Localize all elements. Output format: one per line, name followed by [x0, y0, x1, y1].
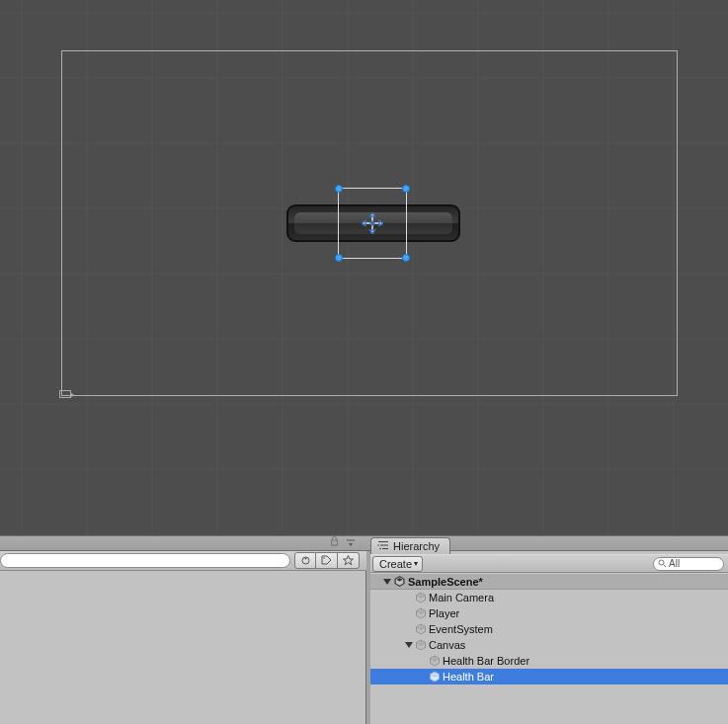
hierarchy-tree[interactable]: SampleScene* Main CameraPlayerEventSyste…	[370, 573, 728, 684]
lower-panels: Hierarchy Create ▾ All SampleScene*	[0, 551, 728, 724]
hierarchy-item-label: EventSystem	[429, 623, 493, 635]
camera-icon	[59, 390, 71, 398]
hierarchy-icon	[377, 540, 389, 552]
hierarchy-item[interactable]: Health Bar	[370, 669, 728, 684]
panel-splitter[interactable]	[366, 551, 370, 724]
hierarchy-tab[interactable]: Hierarchy	[370, 537, 450, 554]
hierarchy-search-placeholder: All	[669, 558, 680, 569]
search-icon	[658, 559, 667, 568]
scene-name-label: SampleScene*	[408, 576, 483, 588]
gameobject-icon	[414, 607, 427, 620]
svg-marker-53	[405, 642, 413, 648]
project-panel	[0, 551, 366, 724]
lock-icon[interactable]	[330, 536, 339, 548]
resize-handle-bl[interactable]	[335, 254, 343, 262]
foldout-icon[interactable]	[404, 640, 414, 650]
hierarchy-item-label: Health Bar Border	[443, 655, 529, 667]
svg-marker-23	[370, 230, 375, 234]
svg-rect-27	[332, 540, 338, 545]
gameobject-icon	[414, 639, 427, 652]
hierarchy-item-label: Player	[429, 607, 459, 619]
hierarchy-item[interactable]: Main Camera	[370, 590, 728, 605]
svg-point-34	[379, 548, 381, 550]
svg-point-35	[659, 560, 664, 565]
hierarchy-item[interactable]: Health Bar Border	[370, 653, 728, 669]
move-gizmo-icon[interactable]	[362, 212, 383, 234]
create-button-label: Create	[379, 558, 412, 570]
gameobject-icon	[414, 592, 427, 604]
resize-handle-tr[interactable]	[402, 185, 410, 193]
svg-marker-25	[379, 221, 383, 226]
panel-divider[interactable]	[0, 535, 728, 551]
svg-marker-29	[349, 543, 353, 546]
tag-icon	[321, 555, 332, 566]
svg-marker-24	[362, 221, 365, 226]
scene-view[interactable]	[0, 0, 728, 535]
dropdown-icon[interactable]	[346, 538, 356, 548]
gameobject-icon	[428, 671, 441, 684]
hierarchy-item-label: Canvas	[429, 639, 465, 651]
label-icon	[300, 555, 311, 566]
svg-point-67	[304, 558, 306, 560]
scene-row[interactable]: SampleScene*	[370, 573, 728, 590]
filter-by-label-button[interactable]	[316, 552, 338, 569]
gameobject-icon	[414, 623, 427, 636]
project-search-input[interactable]	[0, 553, 290, 568]
svg-point-68	[323, 557, 325, 559]
caret-down-icon: ▾	[414, 559, 418, 568]
hierarchy-item[interactable]: Player	[370, 605, 728, 621]
resize-handle-tl[interactable]	[335, 185, 343, 193]
filter-by-type-button[interactable]	[294, 552, 316, 569]
project-toolbar	[0, 551, 366, 571]
gameobject-icon	[428, 655, 441, 668]
foldout-icon[interactable]	[382, 577, 392, 587]
resize-handle-br[interactable]	[402, 254, 410, 262]
svg-point-26	[370, 221, 375, 226]
hierarchy-item-label: Health Bar	[443, 671, 494, 683]
svg-marker-37	[383, 579, 391, 585]
unity-logo-icon	[392, 575, 406, 589]
hierarchy-item-label: Main Camera	[429, 592, 494, 603]
hierarchy-item[interactable]: Canvas	[370, 637, 728, 653]
selection-rect[interactable]	[338, 188, 407, 259]
svg-point-33	[377, 544, 379, 546]
hierarchy-panel: Hierarchy Create ▾ All SampleScene*	[370, 551, 728, 724]
hierarchy-toolbar: Create ▾ All	[370, 554, 728, 573]
hierarchy-tab-label: Hierarchy	[393, 540, 440, 552]
svg-marker-69	[344, 556, 354, 565]
svg-marker-22	[370, 212, 375, 216]
create-button[interactable]: Create ▾	[372, 556, 423, 572]
hierarchy-search-input[interactable]: All	[653, 557, 724, 571]
star-icon	[343, 555, 354, 566]
hierarchy-item[interactable]: EventSystem	[370, 621, 728, 637]
project-body[interactable]	[0, 571, 365, 724]
svg-line-36	[664, 565, 667, 568]
favorites-button[interactable]	[338, 552, 360, 569]
